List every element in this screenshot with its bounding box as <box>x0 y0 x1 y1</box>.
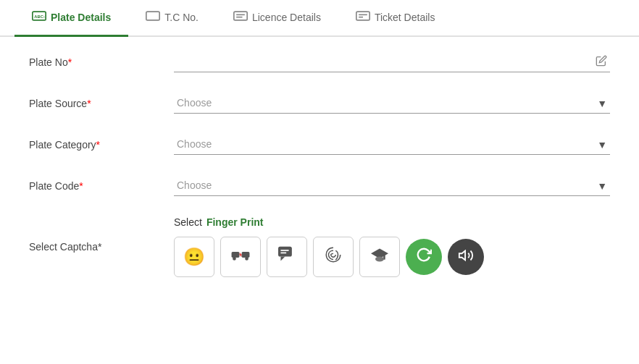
svg-point-11 <box>233 257 236 261</box>
edit-icon[interactable] <box>596 55 607 69</box>
svg-rect-2 <box>146 12 159 20</box>
plate-category-control: Choose ▼ <box>174 134 610 155</box>
captcha-label: Select Captcha* <box>29 241 174 253</box>
tab-licence-details-label: Licence Details <box>252 12 321 23</box>
svg-line-14 <box>240 253 241 257</box>
tab-ticket-details-label: Ticket Details <box>375 12 435 23</box>
smiley-icon: 😐 <box>183 247 205 267</box>
svg-rect-3 <box>234 12 247 20</box>
sound-icon <box>458 247 474 267</box>
plate-code-select[interactable]: Choose <box>174 175 610 196</box>
svg-point-12 <box>245 257 248 261</box>
tab-plate-details-label: Plate Details <box>51 12 111 23</box>
captcha-select-text: Select <box>174 216 202 228</box>
plate-no-row: Plate No* <box>29 51 610 72</box>
svg-point-21 <box>375 257 384 262</box>
captcha-car-button[interactable] <box>220 237 261 277</box>
tab-tc-no-label: T.C No. <box>164 12 199 23</box>
plate-no-label: Plate No* <box>29 56 174 68</box>
plate-category-label: Plate Category* <box>29 139 174 151</box>
captcha-smiley-button[interactable]: 😐 <box>174 237 214 277</box>
plate-source-row: Plate Source* Choose ▼ <box>29 93 610 114</box>
plate-no-required: * <box>68 56 72 68</box>
captcha-right: Select Finger Print 😐 <box>174 216 610 277</box>
plate-details-icon: ABC-123 <box>32 10 46 25</box>
captcha-sound-button[interactable] <box>448 239 484 275</box>
svg-rect-9 <box>232 252 240 258</box>
tab-licence-details[interactable]: Licence Details <box>216 0 338 37</box>
tc-no-icon <box>146 10 160 25</box>
tab-plate-details[interactable]: ABC-123 Plate Details <box>14 0 128 37</box>
plate-code-label: Plate Code* <box>29 180 174 192</box>
refresh-icon <box>416 247 432 267</box>
tab-bar: ABC-123 Plate Details T.C No. Licence De… <box>0 0 639 37</box>
captcha-buttons: 😐 <box>174 237 610 277</box>
captcha-text-row: Select Finger Print <box>174 216 610 228</box>
svg-rect-15 <box>278 247 292 257</box>
plate-no-input[interactable] <box>174 51 610 72</box>
tab-ticket-details[interactable]: Ticket Details <box>338 0 453 37</box>
tab-tc-no[interactable]: T.C No. <box>128 0 216 37</box>
plate-source-control: Choose ▼ <box>174 93 610 114</box>
plate-code-required: * <box>79 180 83 192</box>
plate-source-label: Plate Source* <box>29 98 174 109</box>
svg-text:ABC-123: ABC-123 <box>34 14 46 19</box>
svg-rect-6 <box>356 12 369 20</box>
chat-icon <box>277 246 296 268</box>
captcha-graduation-button[interactable] <box>359 237 400 277</box>
captcha-fingerprint-button[interactable] <box>313 237 354 277</box>
svg-rect-10 <box>242 252 250 258</box>
graduation-icon <box>369 246 390 268</box>
plate-category-row: Plate Category* Choose ▼ <box>29 134 610 155</box>
captcha-fingerprint-text: Finger Print <box>206 216 264 228</box>
plate-source-select[interactable]: Choose <box>174 93 610 114</box>
plate-category-required: * <box>96 139 100 151</box>
captcha-refresh-button[interactable] <box>406 239 442 275</box>
plate-source-required: * <box>87 98 91 109</box>
svg-marker-16 <box>280 257 285 261</box>
form-content: Plate No* Plate Source* Choose ▼ Plate <box>0 37 639 300</box>
car-crash-icon <box>230 247 251 267</box>
captcha-row: Select Captcha* Select Finger Print 😐 <box>29 216 610 277</box>
plate-category-select[interactable]: Choose <box>174 134 610 155</box>
svg-marker-22 <box>459 250 465 260</box>
plate-no-control <box>174 51 610 72</box>
captcha-chat-button[interactable] <box>267 237 307 277</box>
plate-code-row: Plate Code* Choose ▼ <box>29 175 610 196</box>
fingerprint-icon <box>324 245 343 268</box>
captcha-required: * <box>98 241 101 253</box>
plate-code-control: Choose ▼ <box>174 175 610 196</box>
ticket-details-icon <box>356 10 370 25</box>
licence-details-icon <box>233 10 248 25</box>
